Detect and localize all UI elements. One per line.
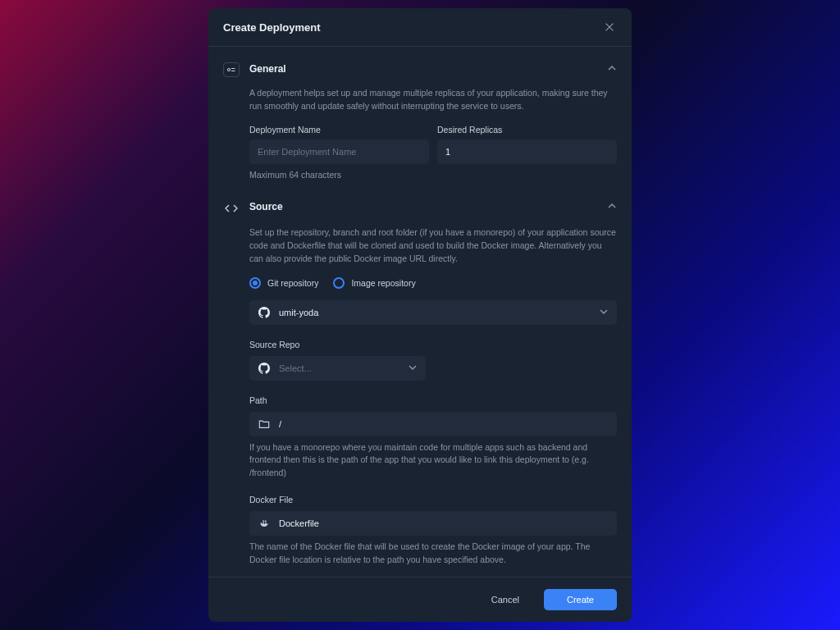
- dockerfile-label: Docker File: [249, 495, 293, 504]
- deployment-name-input[interactable]: [249, 139, 429, 164]
- section-title-general: General: [249, 63, 286, 75]
- svg-point-0: [228, 69, 231, 71]
- section-general: General A deployment helps set up and ma…: [223, 62, 617, 181]
- close-icon: [604, 21, 615, 33]
- section-header-general: General: [223, 62, 617, 77]
- deployment-name-label: Deployment Name: [249, 125, 429, 135]
- create-button[interactable]: Create: [544, 589, 617, 610]
- radio-indicator: [333, 277, 345, 289]
- git-account-select[interactable]: umit-yoda: [249, 300, 617, 325]
- folder-icon: [258, 418, 271, 431]
- radio-image-repository[interactable]: Image repository: [333, 277, 415, 289]
- github-icon: [258, 306, 271, 319]
- source-repo-label: Source Repo: [249, 340, 299, 349]
- modal-header: Create Deployment: [208, 8, 632, 47]
- modal-title: Create Deployment: [223, 21, 320, 34]
- source-icon: [223, 200, 240, 217]
- section-source: Source Set up the repository, branch and…: [223, 199, 617, 566]
- chevron-down-icon: [408, 361, 418, 376]
- section-title-source: Source: [249, 201, 283, 212]
- chevron-down-icon: [599, 305, 609, 320]
- chevron-up-icon: [607, 201, 617, 211]
- general-description: A deployment helps set up and manage mul…: [249, 87, 617, 113]
- radio-image-label: Image repository: [351, 278, 415, 288]
- replicas-label: Desired Replicas: [437, 125, 617, 135]
- path-input-wrapper: [249, 412, 617, 436]
- close-button[interactable]: [602, 20, 617, 34]
- source-type-radio-group: Git repository Image repository: [249, 277, 617, 289]
- source-repo-select[interactable]: Select...: [249, 356, 426, 381]
- section-header-source: Source: [223, 199, 617, 217]
- replicas-input[interactable]: [437, 139, 617, 164]
- create-deployment-modal: Create Deployment General A deployment h…: [208, 8, 632, 622]
- radio-indicator: [249, 277, 261, 289]
- modal-body[interactable]: General A deployment helps set up and ma…: [208, 47, 632, 577]
- dockerfile-input-wrapper: [249, 511, 617, 536]
- cancel-button[interactable]: Cancel: [475, 589, 536, 610]
- source-description: Set up the repository, branch and root f…: [249, 226, 617, 265]
- radio-git-label: Git repository: [267, 278, 318, 288]
- git-account-value: umit-yoda: [279, 308, 591, 317]
- chevron-up-icon: [607, 63, 617, 73]
- path-input[interactable]: [279, 419, 609, 429]
- path-hint: If you have a monorepo where you maintai…: [249, 441, 617, 480]
- path-label: Path: [249, 395, 267, 405]
- deployment-name-hint: Maximum 64 characters: [249, 169, 429, 182]
- radio-git-repository[interactable]: Git repository: [249, 277, 318, 289]
- dockerfile-input[interactable]: [279, 518, 609, 528]
- modal-footer: Cancel Create: [208, 577, 632, 622]
- dockerfile-hint: The name of the Docker file that will be…: [249, 541, 617, 567]
- collapse-source[interactable]: [607, 199, 617, 214]
- general-icon: [223, 62, 240, 77]
- github-icon: [258, 362, 271, 375]
- collapse-general[interactable]: [607, 62, 617, 76]
- source-repo-placeholder: Select...: [279, 363, 399, 373]
- docker-icon: [258, 517, 271, 530]
